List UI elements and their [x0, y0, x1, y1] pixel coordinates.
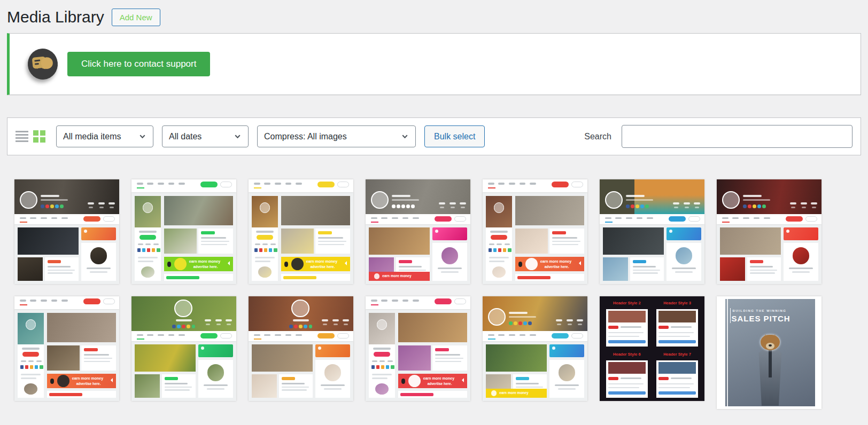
chat-bubbles-icon: [26, 47, 59, 81]
media-item-11-social-profile-theme-pink-2[interactable]: earn more moneyadvertise here.: [366, 296, 470, 401]
date-filter-value: All dates: [169, 132, 201, 141]
search-area: Search: [584, 125, 852, 148]
search-label: Search: [584, 132, 611, 141]
media-item-2-social-profile-theme-green[interactable]: earn more moneyadvertise here.: [131, 179, 236, 284]
list-view-icon[interactable]: [15, 131, 28, 142]
media-item-1-social-profile-theme-orange[interactable]: [14, 179, 119, 284]
media-item-12-social-profile-theme-cyan[interactable]: earn more money: [483, 296, 587, 401]
media-grid: earn more moneyadvertise here.earn more …: [14, 179, 861, 409]
add-new-button[interactable]: Add New: [112, 9, 160, 26]
grid-view-icon[interactable]: [33, 130, 45, 143]
date-filter[interactable]: All dates: [162, 125, 249, 147]
media-item-7-social-profile-theme-red[interactable]: [717, 179, 821, 284]
media-item-8-social-profile-theme-red-2[interactable]: earn more moneyadvertise here.: [14, 296, 119, 401]
page-header: Media Library Add New: [7, 7, 861, 27]
media-item-10-social-profile-theme-amber[interactable]: [249, 296, 353, 401]
search-input[interactable]: [622, 125, 852, 148]
media-item-14-sales-pitch-poster[interactable]: BUILDING THE WINNINGSALES PITCH: [717, 296, 821, 409]
chevron-down-icon: [401, 132, 409, 140]
media-item-3-social-profile-theme-yellow[interactable]: earn more moneyadvertise here.: [249, 179, 353, 284]
media-type-filter[interactable]: All media items: [56, 125, 153, 147]
view-switcher: [15, 130, 45, 143]
media-toolbar: All media items All dates Compress: All …: [7, 117, 861, 155]
bulk-select-button[interactable]: Bulk select: [424, 125, 485, 147]
media-item-9-social-profile-theme-green-2[interactable]: [131, 296, 236, 401]
media-item-4-social-profile-theme-pink[interactable]: earn more money: [366, 179, 470, 284]
media-item-13-header-styles-collage[interactable]: Header Style 2Header Style 3Header Style…: [600, 296, 704, 401]
chevron-down-icon: [138, 132, 146, 140]
media-item-5-social-profile-theme-red-orange[interactable]: earn more moneyadvertise here.: [483, 179, 587, 284]
compress-filter-value: Compress: All images: [264, 132, 347, 141]
compress-filter[interactable]: Compress: All images: [257, 125, 416, 147]
media-type-filter-value: All media items: [63, 132, 121, 141]
chevron-down-icon: [234, 132, 242, 140]
media-item-6-social-profile-theme-blue[interactable]: [600, 179, 704, 284]
page-title: Media Library: [7, 7, 104, 27]
support-notice: Click here to contact support: [7, 33, 861, 95]
contact-support-button[interactable]: Click here to contact support: [67, 52, 210, 76]
media-library-page: Media Library Add New Click here to cont…: [0, 0, 868, 409]
